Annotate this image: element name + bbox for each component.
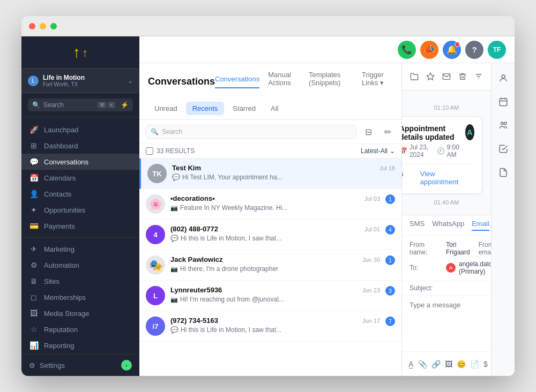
tab-templates[interactable]: Templates (Snippets) — [309, 71, 353, 92]
conv-name: (972) 734-5163 — [170, 316, 218, 325]
sidebar-item-media-storage[interactable]: 🖼 Media Storage — [21, 305, 139, 321]
appointment-contact: Kim-Let's Meet — [402, 170, 420, 186]
sidebar-item-conversations[interactable]: 💬 Conversations — [21, 154, 139, 170]
user-avatar-button[interactable]: TF — [488, 41, 506, 59]
avatar: TK — [147, 164, 167, 183]
sidebar-item-dashboard[interactable]: ⊞ Dashboard — [21, 138, 139, 154]
team-button[interactable] — [495, 117, 512, 134]
help-button[interactable]: ? — [465, 41, 483, 59]
settings-icon: ⚙ — [29, 361, 35, 370]
list-item[interactable]: L Lynnreuter5936 Jun 23 📷 Hi! I'm reachi… — [139, 281, 401, 311]
message-row: 📅 Appointment details updated 📅 Jul 23, … — [411, 116, 482, 194]
sidebar-item-automation[interactable]: ⚙ Automation — [21, 257, 139, 273]
minimize-dot[interactable] — [40, 23, 46, 29]
tab-whatsapp[interactable]: WhatsApp — [432, 220, 464, 231]
conv-preview: 💬 Hi this is Life in Motion, I saw that.… — [170, 326, 380, 334]
sidebar-item-settings[interactable]: ⚙ Settings — [29, 361, 117, 370]
fullscreen-dot[interactable] — [50, 23, 57, 29]
sidebar-item-reporting[interactable]: 📊 Reporting — [21, 337, 139, 353]
sidebar-item-label: Calendars — [44, 174, 76, 182]
subtab-starred[interactable]: Starred — [226, 102, 262, 115]
subject-input[interactable] — [437, 284, 491, 292]
dollar-button[interactable]: $ — [483, 357, 488, 371]
instagram-icon: 📷 — [170, 296, 178, 303]
sidebar-item-launchpad[interactable]: 🚀 Launchpad — [21, 122, 139, 138]
sidebar-item-payments[interactable]: 💳 Payments — [21, 218, 139, 234]
list-item[interactable]: i7 (972) 734-5163 Jun 17 💬 Hi this is Li… — [139, 311, 401, 342]
main-content: 📞 📣 🔔 ? TF Conversations Conversations M — [139, 36, 515, 376]
contact-info-button[interactable] — [495, 70, 512, 87]
sidebar-item-sites[interactable]: 🖥 Sites — [21, 273, 139, 289]
filter-message-button[interactable] — [473, 69, 485, 85]
emoji-button[interactable]: 😊 — [457, 357, 466, 371]
sidebar-item-reputation[interactable]: ☆ Reputation — [21, 321, 139, 337]
list-item[interactable]: 4 (802) 488-0772 Jul 01 💬 Hi this is Lif… — [139, 220, 401, 250]
account-name: Life in Motion — [43, 74, 128, 81]
conv-name: Test Kim — [172, 164, 201, 172]
panel-title: Conversations — [148, 76, 215, 87]
sms-icon: 💬 — [170, 326, 178, 334]
megaphone-button[interactable]: 📣 — [420, 41, 438, 59]
sidebar-account[interactable]: L Life in Motion Fort Worth, TX ⌄ — [21, 69, 139, 93]
document-button[interactable]: 📄 — [470, 357, 479, 371]
svg-point-4 — [502, 75, 505, 78]
sidebar-item-contacts[interactable]: 👤 Contacts — [21, 186, 139, 202]
link-button[interactable]: 🔗 — [431, 357, 441, 371]
content-area: Conversations Conversations Manual Actio… — [139, 63, 515, 376]
sidebar-collapse-button[interactable]: ‹ — [121, 360, 132, 371]
compose-button[interactable]: ✏ — [380, 124, 395, 139]
sidebar-item-calendars[interactable]: 📅 Calendars — [21, 170, 139, 186]
subtab-recents[interactable]: Recents — [186, 102, 225, 115]
sidebar-item-label: Opportunities — [44, 206, 85, 214]
message-textarea[interactable] — [410, 301, 483, 344]
select-all-checkbox[interactable] — [146, 147, 153, 155]
sidebar-item-label: Memberships — [44, 293, 86, 301]
sidebar-search-box[interactable]: 🔍 ⌘ K ⚡ — [28, 99, 133, 111]
notes-button[interactable] — [495, 164, 512, 181]
text-format-button[interactable]: A̲ — [408, 357, 414, 371]
sidebar-item-opportunities[interactable]: ✦ Opportunities — [21, 202, 139, 218]
filter-button[interactable]: ⊟ — [361, 124, 376, 139]
calendar-side-button[interactable] — [495, 93, 512, 110]
tab-manual-actions[interactable]: Manual Actions — [268, 71, 300, 92]
conv-preview: 💬 Hi this is Life in Motion, I saw that.… — [170, 235, 380, 242]
list-search-box[interactable]: 🔍 — [146, 125, 356, 139]
sites-icon: 🖥 — [29, 277, 39, 285]
sort-button[interactable]: Latest-All ⌄ — [361, 147, 395, 155]
flash-icon: ⚡ — [121, 101, 129, 109]
appointment-date: Jul 23, 2024 — [410, 144, 430, 159]
tab-sms[interactable]: SMS — [410, 220, 425, 231]
tab-email[interactable]: Email — [472, 220, 489, 231]
top-bar: 📞 📣 🔔 ? TF — [139, 36, 515, 63]
phone-button[interactable]: 📞 — [398, 41, 416, 59]
subtab-unread[interactable]: Unread — [148, 102, 184, 115]
view-appointment-button[interactable]: View appointment — [420, 170, 474, 186]
panel-tabs: Conversations Manual Actions Templates (… — [215, 71, 393, 92]
image-button[interactable]: 🖼 — [445, 357, 452, 371]
from-email-label: From email: — [479, 241, 491, 256]
sidebar: ↑ ↑ L Life in Motion Fort Worth, TX ⌄ 🔍 … — [21, 36, 139, 376]
tab-conversations[interactable]: Conversations — [215, 75, 259, 88]
launchpad-icon: 🚀 — [29, 125, 39, 134]
list-header: 🔍 ⊟ ✏ — [139, 120, 401, 144]
attachment-button[interactable]: 📎 — [418, 357, 427, 371]
list-item[interactable]: 🌸 •decorations• Jul 03 📷 Feature In NY W… — [139, 189, 401, 220]
list-search-input[interactable] — [162, 128, 352, 135]
checklist-button[interactable] — [495, 140, 512, 157]
close-dot[interactable] — [29, 23, 35, 29]
search-input[interactable] — [43, 101, 94, 109]
email-button[interactable] — [441, 69, 452, 85]
folder-button[interactable] — [408, 69, 420, 85]
tab-trigger-links[interactable]: Trigger Links ▾ — [362, 71, 393, 92]
star-button[interactable] — [425, 69, 436, 85]
trash-button[interactable] — [457, 69, 468, 85]
sidebar-item-marketing[interactable]: ✈ Marketing — [21, 241, 139, 257]
compose-meta: From name: Tori Frigaard From email: tor… — [402, 236, 491, 281]
bell-button[interactable]: 🔔 — [443, 41, 461, 59]
subtab-all[interactable]: All — [264, 102, 285, 115]
message-panel: 01:10 AM 📅 Appointment details updated — [402, 63, 491, 376]
list-item[interactable]: TK Test Kim Jul 18 💬 Hi Test LIM, Your a… — [139, 159, 401, 189]
list-item[interactable]: 🎭 Jack Pawlowicz Jun 30 📷 Hi there, I'm … — [139, 250, 401, 281]
avatar: 🎭 — [146, 255, 165, 275]
sidebar-item-memberships[interactable]: ◻ Memberships — [21, 289, 139, 305]
